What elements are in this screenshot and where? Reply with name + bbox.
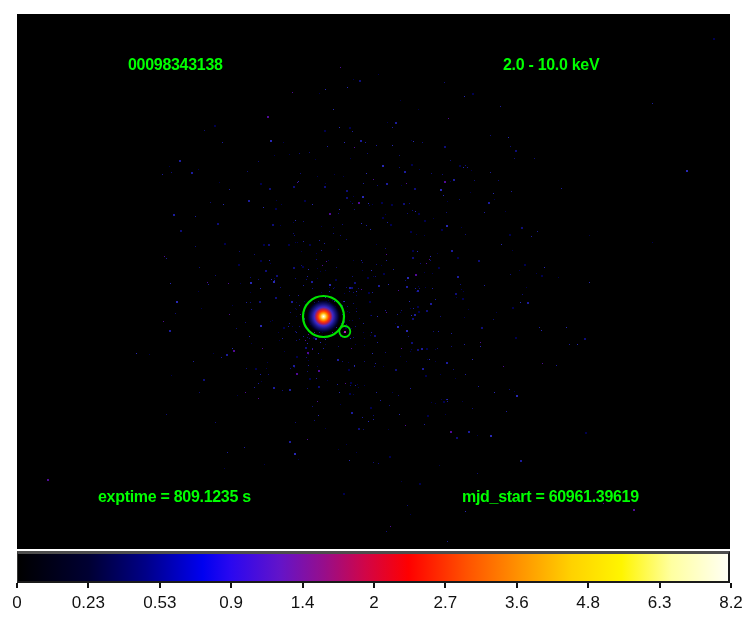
colorbar-tick xyxy=(373,583,375,588)
colorbar-tick-label: 0 xyxy=(0,593,52,613)
colorbar: 00.230.530.91.422.73.64.86.38.2 xyxy=(17,551,731,631)
colorbar-tick-label: 8.2 xyxy=(696,593,751,613)
colorbar-tick xyxy=(302,583,304,588)
colorbar-tick xyxy=(659,583,661,588)
colorbar-tick-label: 0.9 xyxy=(196,593,266,613)
region-overlay xyxy=(17,14,730,549)
colorbar-tick xyxy=(87,583,89,588)
colorbar-tick xyxy=(516,583,518,588)
colorbar-tick xyxy=(159,583,161,588)
colorbar-tick-label: 3.6 xyxy=(482,593,552,613)
colorbar-tick-label: 6.3 xyxy=(625,593,695,613)
colorbar-tick-label: 0.53 xyxy=(125,593,195,613)
xray-quicklook-page: 00098343138 2.0 - 10.0 keV exptime = 809… xyxy=(0,0,751,635)
colorbar-tick-label: 2.7 xyxy=(410,593,480,613)
colorbar-tick xyxy=(587,583,589,588)
energy-band-label: 2.0 - 10.0 keV xyxy=(503,57,599,73)
mjd-start-label: mjd_start = 60961.39619 xyxy=(462,489,639,505)
colorbar-tick xyxy=(16,583,18,588)
colorbar-tick-label: 2 xyxy=(339,593,409,613)
source-region-circle xyxy=(303,296,344,337)
colorbar-tick xyxy=(444,583,446,588)
xray-image-panel: 00098343138 2.0 - 10.0 keV exptime = 809… xyxy=(17,14,730,549)
obs-id-label: 00098343138 xyxy=(128,57,223,73)
colorbar-tick xyxy=(730,583,732,588)
colorbar-tick-label: 0.23 xyxy=(53,593,123,613)
colorbar-tick-label: 1.4 xyxy=(268,593,338,613)
colorbar-tick-label: 4.8 xyxy=(553,593,623,613)
exptime-label: exptime = 809.1235 s xyxy=(98,489,251,505)
colorbar-gradient xyxy=(17,551,730,583)
colorbar-tick xyxy=(230,583,232,588)
secondary-region-circle xyxy=(339,326,350,337)
